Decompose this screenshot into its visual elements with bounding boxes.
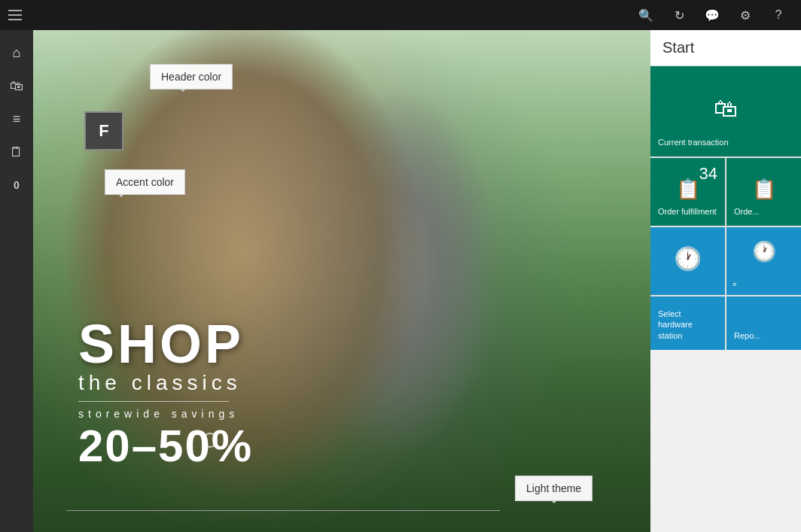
order-fulfillment-label: Order fulfillment [658, 206, 717, 217]
sidebar-item-count[interactable]: 0 [0, 169, 33, 202]
sidebar-item-orders[interactable]: 🗒 [0, 135, 33, 169]
hero-percent-text: 20–50% [78, 420, 253, 472]
hero-savings-text: storewide savings [78, 408, 253, 420]
search-icon[interactable]: 🔍 [631, 0, 661, 30]
refresh-icon[interactable]: ↻ [664, 0, 694, 30]
clock2-sublabel: ≡ [732, 281, 736, 289]
hero-shop-text: SHOP [78, 317, 253, 371]
tile-reports[interactable]: Repo... [726, 296, 801, 350]
right-panel: Start 🛍 Current transaction 34 📋 Order f… [650, 30, 801, 532]
clock1-icon: 🕐 [674, 245, 702, 272]
location-icon [203, 433, 218, 448]
tile-clock2[interactable]: 🕐 ≡ [726, 227, 801, 295]
tiles-grid: 🛍 Current transaction 34 📋 Order fulfill… [650, 66, 801, 350]
main-content: F SHOP the classics storewide savings 20… [33, 30, 650, 532]
settings-icon[interactable]: ⚙ [730, 0, 760, 30]
order-fulfillment-icon: 📋 [676, 178, 700, 201]
panel-title: Start [650, 30, 801, 66]
hamburger-button[interactable] [0, 0, 30, 30]
tile-clock1[interactable]: 🕐 [650, 227, 725, 295]
help-icon[interactable]: ? [763, 0, 793, 30]
clock2-icon: 🕐 [752, 240, 776, 263]
accent-color-box: F [84, 111, 123, 150]
top-bar: 🔍 ↻ 💬 ⚙ ? [0, 0, 801, 30]
hero-divider [78, 401, 229, 402]
sidebar: ⌂ 🛍 ≡ 🗒 0 [0, 30, 33, 532]
hero-text: SHOP the classics storewide savings 20–5… [78, 317, 253, 472]
top-bar-left [0, 0, 30, 30]
tile-select-hardware-station[interactable]: Select hardware station [650, 296, 725, 350]
sidebar-item-menu[interactable]: ≡ [0, 102, 33, 135]
chat-icon[interactable]: 💬 [697, 0, 727, 30]
accent-color-tooltip: Accent color [105, 169, 185, 195]
top-bar-icons: 🔍 ↻ 💬 ⚙ ? [631, 0, 793, 30]
tile-current-transaction[interactable]: 🛍 Current transaction [650, 66, 801, 157]
tile-order-fulfillment[interactable]: 34 📋 Order fulfillment [650, 158, 725, 226]
select-hardware-station-label: Select hardware station [658, 309, 717, 341]
hero-image: F SHOP the classics storewide savings 20… [33, 30, 650, 532]
current-transaction-label: Current transaction [658, 137, 793, 147]
reports-label: Repo... [734, 330, 793, 341]
order2-label: Orde... [734, 206, 793, 217]
sidebar-item-products[interactable]: 🛍 [0, 69, 33, 102]
hero-classics-text: the classics [78, 371, 253, 395]
theme-line [66, 510, 500, 511]
tile-order2[interactable]: 📋 Orde... [726, 158, 801, 226]
current-transaction-icon: 🛍 [714, 95, 738, 123]
order2-icon: 📋 [752, 178, 776, 201]
header-color-tooltip: Header color [150, 64, 233, 90]
order-fulfillment-number: 34 [699, 164, 717, 184]
sidebar-item-home[interactable]: ⌂ [0, 36, 33, 69]
light-theme-tooltip: Light theme [515, 476, 592, 501]
